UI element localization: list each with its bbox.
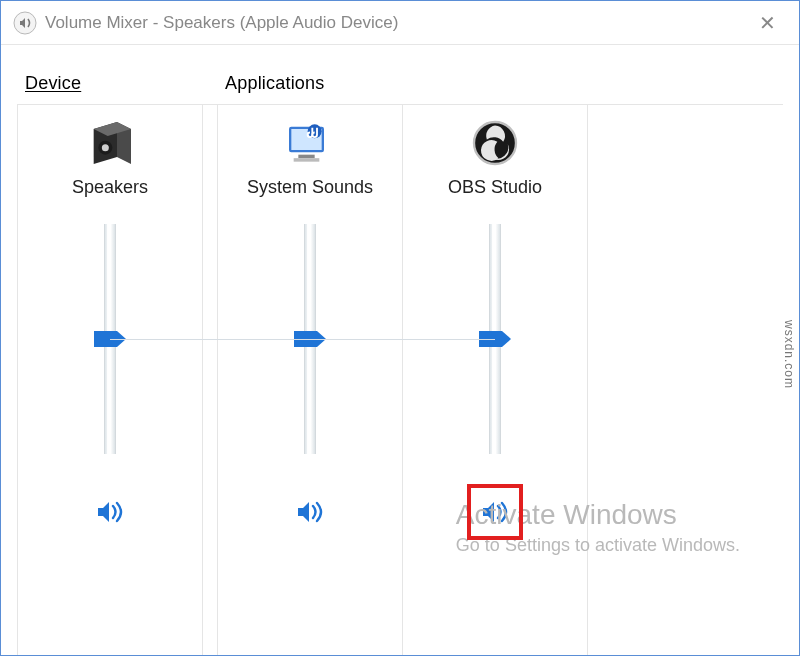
svg-rect-9 [298,155,314,159]
device-section-label: Device [25,73,217,94]
system-sounds-icon[interactable] [282,115,338,171]
applications-section-label: Applications [225,73,783,94]
mixer-column-system-sounds: System Sounds [218,105,403,655]
column-label: Speakers [72,177,148,198]
svg-rect-10 [294,158,320,162]
mute-button[interactable] [292,494,328,530]
titlebar[interactable]: Volume Mixer - Speakers (Apple Audio Dev… [1,1,799,45]
device-section: Device Speakers [17,65,217,655]
obs-icon[interactable] [467,115,523,171]
body: Device Speakers Applications System Soun… [1,45,799,655]
mixer-column-obs-studio: OBS Studio [403,105,588,655]
column-label: System Sounds [247,177,373,198]
volume-baseline [110,339,495,340]
close-button[interactable]: ✕ [747,11,787,35]
volume-mixer-icon [13,11,37,35]
svg-point-5 [102,144,109,151]
mute-button[interactable] [477,494,513,530]
device-columns: Speakers [17,104,217,655]
window-title: Volume Mixer - Speakers (Apple Audio Dev… [45,13,747,33]
application-columns: System Sounds OBS Studio [217,104,783,655]
mixer-column-speakers: Speakers [18,105,203,655]
applications-section: Applications System Sounds OBS Studio [217,65,783,655]
source-watermark: wsxdn.com [782,320,796,389]
speaker-box-icon[interactable] [82,115,138,171]
column-label: OBS Studio [448,177,542,198]
volume-mixer-window: Volume Mixer - Speakers (Apple Audio Dev… [0,0,800,656]
mute-button[interactable] [92,494,128,530]
